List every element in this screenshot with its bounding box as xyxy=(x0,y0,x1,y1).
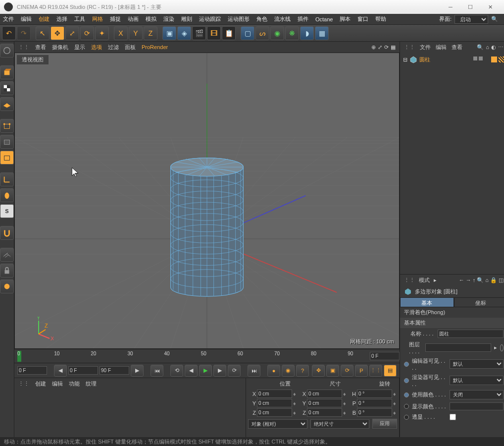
pos-X[interactable] xyxy=(257,390,292,398)
vp-icon-3[interactable]: ⟳ xyxy=(384,44,389,51)
rot-H[interactable] xyxy=(357,390,392,398)
select-tool[interactable]: ↖ xyxy=(36,26,50,40)
rot-B[interactable] xyxy=(357,408,392,417)
polygons-mode-button[interactable] xyxy=(0,151,14,165)
vp-icon-1[interactable]: ⊕ xyxy=(371,44,376,51)
attr-fwd-icon[interactable]: → xyxy=(466,277,471,283)
make-editable-button[interactable] xyxy=(0,44,14,57)
close-button[interactable]: ✕ xyxy=(480,0,500,14)
pos-Y[interactable] xyxy=(257,399,292,407)
om-menu-编辑[interactable]: 编辑 xyxy=(436,44,447,51)
environment-button[interactable]: ◗ xyxy=(300,26,314,40)
om-home-icon[interactable]: ⌂ xyxy=(486,44,489,51)
attr-home-icon[interactable]: ⌂ xyxy=(485,277,489,283)
cube-primitive-button[interactable]: ▢ xyxy=(241,26,254,40)
last-tool[interactable]: ✦ xyxy=(95,26,109,40)
record-button[interactable]: ● xyxy=(267,365,280,377)
z-axis-button[interactable]: Z xyxy=(144,26,157,40)
vis-dot-2[interactable] xyxy=(479,56,483,60)
axis-button[interactable] xyxy=(0,172,14,186)
keyframe-button[interactable]: ? xyxy=(296,365,309,377)
timeline-end-field[interactable] xyxy=(370,352,400,360)
menu-雕刻[interactable]: 雕刻 xyxy=(181,15,192,23)
next-key-button[interactable]: ⟳ xyxy=(228,365,241,377)
phong-row[interactable]: 平滑着色(Phong) xyxy=(400,307,504,318)
opt5-button[interactable]: ⋮⋮ xyxy=(369,365,382,377)
apply-button[interactable]: 应用 xyxy=(372,419,397,429)
play-button[interactable]: ▶ xyxy=(199,365,212,377)
menu-脚本[interactable]: 脚本 xyxy=(340,15,351,23)
move-tool[interactable]: ✥ xyxy=(50,26,64,40)
tab-coord[interactable]: 坐标 xyxy=(454,297,504,307)
tag-icon[interactable] xyxy=(491,56,497,62)
expand-icon[interactable]: ⊟ xyxy=(403,56,407,63)
attr-mode-label[interactable]: 模式 xyxy=(419,277,430,284)
vp-menu-ProRender[interactable]: ProRender xyxy=(142,44,168,50)
vp-menu-查看[interactable]: 查看 xyxy=(35,44,46,51)
menu-渲染[interactable]: 渲染 xyxy=(163,15,174,23)
tab-basic[interactable]: 基本 xyxy=(400,297,454,307)
layout-select[interactable]: 启动 xyxy=(454,15,488,24)
menu-帮助[interactable]: 帮助 xyxy=(375,15,386,23)
attr-search-icon[interactable]: 🔍 xyxy=(477,277,484,283)
opt2-button[interactable]: ▣ xyxy=(326,365,339,377)
attr-名称[interactable] xyxy=(438,330,504,338)
edges-mode-button[interactable] xyxy=(0,135,14,149)
object-tree-item[interactable]: ⊟ 圆柱 xyxy=(402,55,504,64)
menu-运动跟踪[interactable]: 运动跟踪 xyxy=(199,15,221,23)
attr-透显[interactable] xyxy=(450,414,456,420)
menu-运动图形[interactable]: 运动图形 xyxy=(228,15,250,23)
range-end-field[interactable] xyxy=(100,366,129,375)
range-start-button[interactable]: ◀ xyxy=(54,365,67,377)
floor-button[interactable]: ▦ xyxy=(315,26,329,40)
om-menu-文件[interactable]: 文件 xyxy=(420,44,431,51)
menu-插件[interactable]: 插件 xyxy=(298,15,308,23)
redo-button[interactable]: ↷ xyxy=(17,26,31,40)
menu-角色[interactable]: 角色 xyxy=(256,15,267,23)
misc-button[interactable] xyxy=(0,279,14,293)
attr-color[interactable] xyxy=(450,402,504,410)
timeline[interactable]: 0102030405060708090 xyxy=(14,349,400,363)
attr-back-icon[interactable]: ← xyxy=(459,277,464,283)
opt4-button[interactable]: P xyxy=(355,365,368,377)
attr-编辑器可见[interactable]: 默认 xyxy=(450,359,504,369)
mat-menu-编辑[interactable]: 编辑 xyxy=(52,380,63,388)
menu-流水线[interactable]: 流水线 xyxy=(274,15,291,23)
magnet-button[interactable] xyxy=(0,226,14,240)
attr-new-icon[interactable]: ◫ xyxy=(499,277,504,283)
menu-编辑[interactable]: 编辑 xyxy=(21,15,32,23)
texture-mode-button[interactable] xyxy=(0,81,14,95)
vp-menu-显示[interactable]: 显示 xyxy=(74,44,85,51)
deformer-button[interactable]: ❋ xyxy=(285,26,299,40)
scale-tool[interactable]: ⤢ xyxy=(65,26,79,40)
size-X[interactable] xyxy=(307,390,342,398)
tag-icon-2[interactable] xyxy=(499,56,504,62)
attr-图层[interactable] xyxy=(425,343,491,352)
attr-使用颜色[interactable]: 关闭 xyxy=(450,390,504,399)
menu-动画[interactable]: 动画 xyxy=(128,15,139,23)
picture-viewer-button[interactable]: 🎞 xyxy=(207,26,221,40)
viewport[interactable]: 透视视图 网格间距 : 100 cm Y X Z xyxy=(14,53,400,349)
coord-mode-select[interactable]: 对象 (相对) xyxy=(248,419,307,429)
om-search-icon[interactable]: 🔍 xyxy=(477,44,484,51)
render-view-button[interactable]: ▣ xyxy=(162,26,176,40)
maximize-button[interactable]: ☐ xyxy=(460,0,480,14)
search-icon[interactable]: 🔍 xyxy=(491,16,498,22)
range-end-button[interactable]: ▶ xyxy=(131,365,144,377)
goto-end-button[interactable]: ⏭ xyxy=(248,365,260,377)
autokey-button[interactable]: ◉ xyxy=(282,365,295,377)
goto-start-button[interactable]: ⏮ xyxy=(151,365,163,377)
mat-menu-创建[interactable]: 创建 xyxy=(35,380,46,388)
spline-button[interactable]: ᔕ xyxy=(255,26,269,40)
vp-menu-面板[interactable]: 面板 xyxy=(125,44,136,51)
om-more-icon[interactable]: ⋯ xyxy=(498,44,504,51)
x-axis-button[interactable]: X xyxy=(114,26,128,40)
render-region-button[interactable]: ◈ xyxy=(177,26,191,40)
mouse-button[interactable] xyxy=(0,188,14,202)
vp-icon-4[interactable]: ▦ xyxy=(391,44,396,51)
render-settings-button[interactable]: 🎬 xyxy=(192,26,206,40)
menu-工具[interactable]: 工具 xyxy=(74,15,85,23)
vp-icon-2[interactable]: ⤢ xyxy=(378,44,382,51)
workplane-button[interactable] xyxy=(0,97,14,111)
layer-picker[interactable] xyxy=(500,344,504,351)
